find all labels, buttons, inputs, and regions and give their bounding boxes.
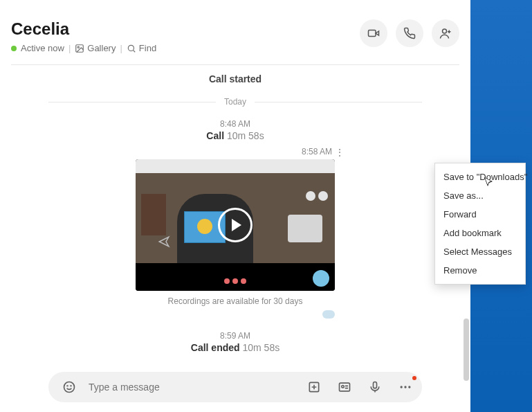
recording-caption: Recordings are available for 30 days [136, 296, 335, 306]
svg-point-7 [71, 386, 71, 386]
recording-thumbnail[interactable] [136, 159, 335, 291]
call-ended-event: 8:59 AM Call ended 10m 58s [48, 331, 422, 353]
menu-add-bookmark[interactable]: Add bookmark [435, 224, 525, 242]
attach-file-button[interactable] [303, 376, 325, 398]
presence-text: Active now [21, 43, 64, 53]
gallery-link[interactable]: Gallery [75, 43, 116, 53]
add-participant-button[interactable] [432, 19, 459, 47]
contact-card-button[interactable] [333, 376, 356, 398]
mouse-cursor-icon [484, 177, 495, 188]
svg-point-14 [408, 386, 410, 388]
more-horizontal-icon [398, 380, 412, 394]
svg-point-13 [404, 386, 406, 388]
attach-icon [307, 380, 321, 394]
menu-forward[interactable]: Forward [435, 205, 525, 224]
person-add-icon [439, 27, 452, 39]
menu-remove[interactable]: Remove [435, 261, 525, 280]
svg-rect-11 [374, 382, 377, 388]
chat-header: Cecelia Active now | Gallery | Find [0, 0, 470, 65]
video-call-button[interactable] [360, 19, 387, 47]
svg-rect-3 [369, 30, 376, 37]
message-timestamp: 8:58 AM [302, 147, 332, 156]
svg-rect-9 [340, 383, 350, 391]
message-list[interactable]: Call started Today 8:48 AM Call 10m 58s … [0, 73, 470, 353]
video-icon [367, 27, 380, 39]
menu-save-to-downloads[interactable]: Save to "Downloads" [435, 168, 525, 186]
contact-name[interactable]: Cecelia [11, 19, 156, 39]
audio-call-button[interactable] [396, 19, 423, 47]
contact-card-icon [338, 380, 351, 394]
svg-point-1 [77, 46, 79, 48]
phone-icon [403, 27, 416, 39]
menu-save-as[interactable]: Save as... [435, 186, 525, 205]
search-icon [127, 44, 136, 53]
recording-message: 8:58 AM ⋮ Recordings are available [136, 147, 335, 319]
scrollbar-thumb[interactable] [464, 319, 469, 381]
svg-point-10 [342, 386, 344, 388]
svg-point-2 [128, 45, 134, 51]
emoji-button[interactable] [58, 376, 80, 398]
svg-point-6 [67, 386, 68, 386]
more-button[interactable] [394, 376, 416, 398]
date-divider: Today [48, 97, 422, 107]
skype-chat-window: Cecelia Active now | Gallery | Find [0, 0, 470, 412]
voice-message-button[interactable] [364, 376, 386, 398]
call-started-event: Call started [48, 73, 422, 84]
find-link[interactable]: Find [127, 43, 156, 53]
menu-select-messages[interactable]: Select Messages [435, 242, 525, 261]
message-input[interactable] [89, 382, 295, 393]
presence-dot-icon [11, 46, 17, 51]
microphone-icon [368, 380, 382, 394]
forward-outline-icon[interactable] [158, 235, 170, 248]
call-event-1: 8:48 AM Call 10m 58s [48, 119, 422, 141]
context-menu: Save to "Downloads" Save as... Forward A… [434, 163, 526, 285]
notification-badge-icon [411, 375, 418, 382]
svg-point-12 [401, 386, 403, 388]
message-more-button[interactable]: ⋮ [335, 147, 345, 158]
play-icon [218, 208, 253, 242]
message-timestamp: 8:48 AM [48, 119, 422, 129]
svg-point-5 [64, 382, 75, 393]
message-timestamp: 8:59 AM [48, 331, 422, 341]
contact-subheader: Active now | Gallery | Find [11, 43, 156, 53]
svg-point-4 [443, 29, 447, 33]
message-composer [48, 372, 422, 402]
gallery-icon [75, 44, 84, 53]
read-receipt-icon [322, 310, 335, 319]
emoji-icon [62, 380, 76, 394]
header-divider [11, 64, 459, 65]
